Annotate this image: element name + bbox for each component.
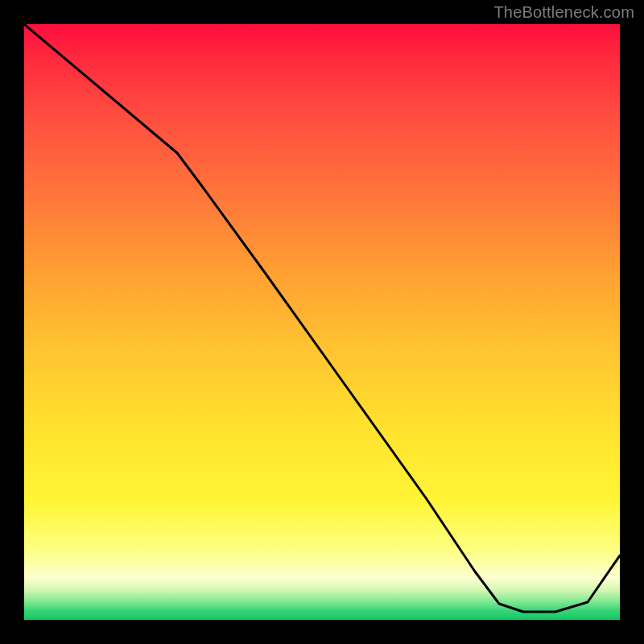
chart-frame: TheBottleneck.com — [0, 0, 644, 644]
bottleneck-curve — [24, 24, 620, 612]
line-chart-layer — [24, 24, 620, 620]
watermark-text: TheBottleneck.com — [493, 3, 634, 22]
plot-area — [24, 24, 620, 620]
